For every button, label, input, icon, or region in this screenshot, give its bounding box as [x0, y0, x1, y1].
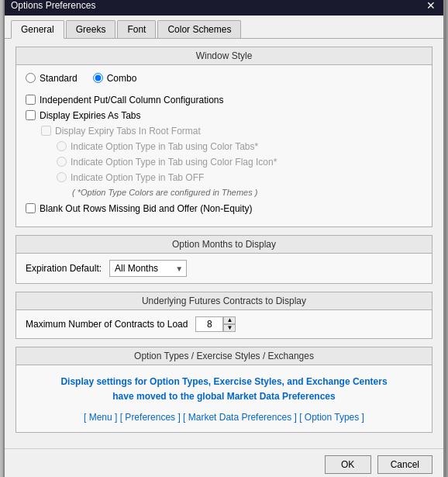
display-expiry-tabs-label[interactable]: Display Expiry Tabs In Root Format	[41, 126, 422, 137]
indicate-tab-off-label[interactable]: Indicate Option Type in Tab OFF	[57, 172, 422, 183]
futures-contracts-section: Underlying Futures Contracts to Display …	[16, 292, 432, 339]
spinner-up-button[interactable]: ▲	[223, 316, 236, 324]
content-area: Window Style Standard Combo Indep	[5, 39, 443, 448]
option-types-section: Option Types / Exercise Styles / Exchang…	[16, 347, 432, 433]
indicate-color-flag-radio[interactable]	[57, 157, 67, 167]
option-months-title: Option Months to Display	[16, 236, 432, 254]
standard-radio-label[interactable]: Standard	[26, 73, 78, 84]
indicate-options-group: Indicate Option Type in Tab using Color …	[57, 141, 422, 183]
expiry-options-group: Display Expiry Tabs In Root Format Indic…	[41, 126, 422, 197]
close-button[interactable]: ✕	[425, 0, 437, 12]
ok-button[interactable]: OK	[325, 455, 371, 474]
contracts-row: Maximum Number of Contracts to Load ▲ ▼	[16, 310, 432, 338]
max-contracts-label: Maximum Number of Contracts to Load	[26, 319, 188, 330]
footer: OK Cancel	[5, 448, 443, 477]
window-title: Options Preferences	[11, 0, 95, 11]
contracts-input[interactable]	[195, 316, 223, 332]
display-expiries-checkbox[interactable]	[26, 110, 36, 120]
title-bar: Options Preferences ✕	[5, 0, 443, 16]
option-types-title: Option Types / Exercise Styles / Exchang…	[16, 347, 432, 365]
expiration-dropdown[interactable]: All Months 1 Month 2 Months 3 Months 6 M…	[109, 260, 187, 277]
spinner-buttons: ▲ ▼	[223, 316, 236, 332]
display-expiries-checkbox-label[interactable]: Display Expiries As Tabs	[26, 110, 422, 121]
tab-color-schemes[interactable]: Color Schemes	[157, 20, 241, 38]
display-expiry-tabs-checkbox[interactable]	[41, 126, 51, 136]
option-types-info: Display settings for Option Types, Exerc…	[26, 375, 422, 404]
contracts-spinner: ▲ ▼	[195, 316, 236, 332]
blank-out-checkbox-label[interactable]: Blank Out Rows Missing Bid and Offer (No…	[26, 203, 422, 214]
cancel-button[interactable]: Cancel	[377, 455, 432, 474]
standard-radio[interactable]	[26, 73, 36, 83]
tab-greeks[interactable]: Greeks	[66, 20, 116, 38]
tab-font[interactable]: Font	[117, 20, 156, 38]
expiration-label: Expiration Default:	[26, 263, 102, 274]
options-preferences-window: Options Preferences ✕ General Greeks Fon…	[3, 0, 445, 477]
tab-general[interactable]: General	[11, 20, 64, 39]
themes-note: ( *Option Type Colors are configured in …	[72, 188, 422, 197]
option-types-links[interactable]: [ Menu ] [ Preferences ] [ Market Data P…	[26, 412, 422, 423]
indicate-color-tabs-radio[interactable]	[57, 141, 67, 151]
combo-radio-label[interactable]: Combo	[93, 73, 137, 84]
futures-contracts-title: Underlying Futures Contracts to Display	[16, 292, 432, 310]
blank-out-checkbox[interactable]	[26, 203, 36, 213]
tab-bar: General Greeks Font Color Schemes	[5, 16, 443, 39]
indicate-tab-off-radio[interactable]	[57, 172, 67, 182]
window-style-body: Standard Combo Independent Put/Call Colu…	[16, 65, 432, 226]
expiration-dropdown-wrapper: All Months 1 Month 2 Months 3 Months 6 M…	[109, 260, 187, 277]
option-types-info-line2: have moved to the global Market Data Pre…	[26, 389, 422, 404]
independent-checkbox[interactable]	[26, 95, 36, 105]
window-style-title: Window Style	[16, 47, 432, 65]
option-months-section: Option Months to Display Expiration Defa…	[16, 235, 432, 284]
option-types-body: Display settings for Option Types, Exerc…	[16, 365, 432, 432]
indicate-color-flag-label[interactable]: Indicate Option Type in Tab using Color …	[57, 157, 422, 168]
indicate-color-tabs-label[interactable]: Indicate Option Type in Tab using Color …	[57, 141, 422, 152]
window-style-section: Window Style Standard Combo Indep	[16, 47, 432, 227]
spinner-down-button[interactable]: ▼	[223, 324, 236, 332]
combo-radio[interactable]	[93, 73, 103, 83]
option-types-info-line1: Display settings for Option Types, Exerc…	[26, 375, 422, 389]
expiration-row: Expiration Default: All Months 1 Month 2…	[16, 254, 432, 283]
independent-checkbox-label[interactable]: Independent Put/Call Column Configuratio…	[26, 95, 422, 105]
window-mode-group: Standard Combo	[26, 73, 422, 88]
